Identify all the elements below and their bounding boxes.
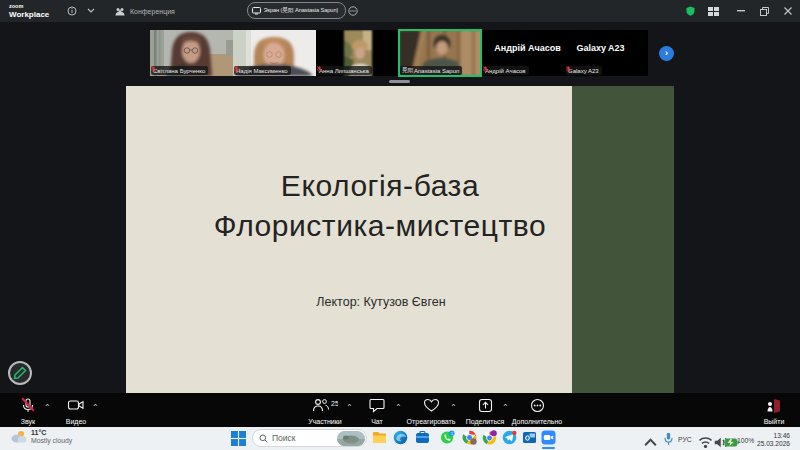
svg-text:25: 25 xyxy=(331,400,338,407)
